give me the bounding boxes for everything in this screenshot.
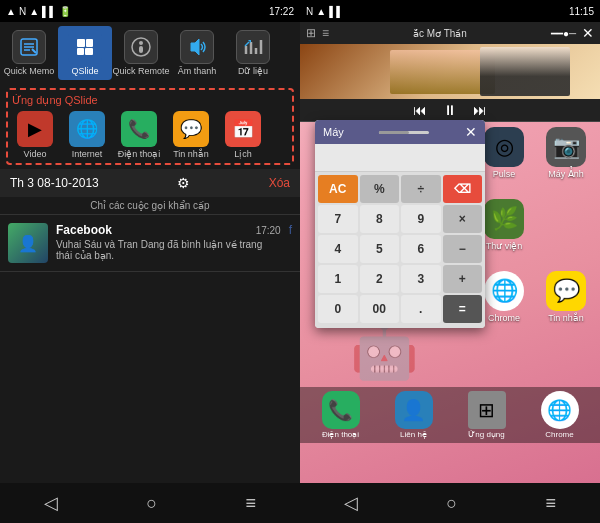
btn-multiply[interactable]: × — [443, 205, 483, 233]
calendar-icon: 📅 — [225, 111, 261, 147]
dock-contacts[interactable]: 👤 Liên hệ — [389, 391, 439, 439]
home-icon-camera[interactable]: 📷 Máy Ảnh — [536, 118, 596, 188]
qslide-video[interactable]: ▶ Video — [12, 111, 58, 159]
svg-rect-7 — [77, 48, 84, 55]
btn-dot[interactable]: . — [401, 295, 441, 323]
home-button-left[interactable]: ○ — [134, 489, 169, 518]
btn-1[interactable]: 1 — [318, 265, 358, 293]
home-icon-sms[interactable]: 💬 Tin nhắn — [536, 262, 596, 332]
quick-remote-btn[interactable]: Quick Remote — [114, 26, 168, 80]
status-icons-left: ▲ N ▲ ▌▌ 🔋 — [6, 6, 71, 17]
video-close-btn[interactable]: ✕ — [582, 25, 594, 41]
menu-button-left[interactable]: ≡ — [233, 489, 268, 518]
dock-phone-label: Điện thoại — [322, 430, 359, 439]
btn-minus[interactable]: − — [443, 235, 483, 263]
btn-0[interactable]: 0 — [318, 295, 358, 323]
next-btn[interactable]: ⏭ — [473, 102, 487, 118]
facebook-icon: f — [289, 223, 292, 263]
signal-icon-right: ▌▌ — [329, 6, 343, 17]
dock-apps[interactable]: ⊞ Ứng dụng — [462, 391, 512, 439]
qslide-label: QSlide — [71, 66, 98, 76]
time-right: 11:15 — [569, 6, 594, 17]
am-thanh-label: Âm thanh — [178, 66, 217, 76]
btn-divide[interactable]: ÷ — [401, 175, 441, 203]
video-label: Video — [24, 149, 47, 159]
btn-6[interactable]: 6 — [401, 235, 441, 263]
dock-contacts-icon: 👤 — [395, 391, 433, 429]
dock-chrome-icon: 🌐 — [541, 391, 579, 429]
btn-00[interactable]: 00 — [360, 295, 400, 323]
internet-label: Internet — [72, 149, 103, 159]
bottom-dock: 📞 Điện thoại 👤 Liên hệ ⊞ Ứng dụng 🌐 Chro… — [300, 387, 600, 443]
home-button-right[interactable]: ○ — [434, 489, 469, 518]
qslide-section: Ứng dụng QSlide ▶ Video 🌐 Internet 📞 Điệ… — [6, 88, 294, 165]
phone-icon: 📞 — [121, 111, 157, 147]
btn-5[interactable]: 5 — [360, 235, 400, 263]
qslide-apps: ▶ Video 🌐 Internet 📞 Điện thoại 💬 Tin nh… — [12, 111, 288, 159]
btn-plus[interactable]: + — [443, 265, 483, 293]
qslide-btn[interactable]: QSlide — [58, 26, 112, 80]
slider-track — [379, 131, 429, 134]
calc-close-btn[interactable]: ✕ — [465, 124, 477, 140]
back-button-right[interactable]: ◁ — [332, 488, 370, 518]
back-button-left[interactable]: ◁ — [32, 488, 70, 518]
pulse-label: Pulse — [493, 169, 516, 179]
btn-ac[interactable]: AC — [318, 175, 358, 203]
sms-icon: 💬 — [173, 111, 209, 147]
prev-btn[interactable]: ⏮ — [413, 102, 427, 118]
home-icon-empty — [536, 190, 596, 260]
volume-control[interactable] — [379, 131, 429, 134]
bottom-nav-right: ◁ ○ ≡ — [300, 483, 600, 523]
qslide-calendar[interactable]: 📅 Lịch — [220, 111, 266, 159]
calc-row-0: AC % ÷ ⌫ — [318, 175, 482, 203]
right-panel: N ▲ ▌▌ 11:15 ✦ ✦ 🤖 ▶ ScreencastDemo 💡 Hu… — [300, 0, 600, 523]
qslide-header: Ứng dụng QSlide — [12, 94, 288, 107]
btn-9[interactable]: 9 — [401, 205, 441, 233]
btn-4[interactable]: 4 — [318, 235, 358, 263]
btn-percent[interactable]: % — [360, 175, 400, 203]
empty-icon — [546, 205, 586, 245]
chrome-label: Chrome — [488, 313, 520, 323]
calc-buttons: AC % ÷ ⌫ 7 8 9 × 4 5 6 − 1 2 3 + — [315, 172, 485, 328]
notif-app-name: Facebook — [56, 223, 112, 237]
qslide-sms[interactable]: 💬 Tin nhắn — [168, 111, 214, 159]
dock-chrome[interactable]: 🌐 Chrome — [535, 391, 585, 439]
btn-equal[interactable]: = — [443, 295, 483, 323]
notification-item[interactable]: 👤 Facebook 17:20 Vuhai Sáu và Tran Dang … — [0, 215, 300, 272]
gear-icon[interactable]: ⚙ — [177, 175, 190, 191]
quick-memo-btn[interactable]: Quick Memo — [2, 26, 56, 80]
volume-slider[interactable]: ━━●─ — [551, 28, 576, 39]
qslide-phone[interactable]: 📞 Điện thoại — [116, 111, 162, 159]
btn-7[interactable]: 7 — [318, 205, 358, 233]
calc-title: Máy — [323, 126, 344, 138]
svg-rect-5 — [77, 39, 85, 47]
gallery-icon: 🌿 — [484, 199, 524, 239]
dock-contacts-label: Liên hệ — [400, 430, 427, 439]
nfc-icon-right: N — [306, 6, 313, 17]
list-icon[interactable]: ≡ — [322, 26, 329, 40]
btn-2[interactable]: 2 — [360, 265, 400, 293]
calc-row-2: 4 5 6 − — [318, 235, 482, 263]
dock-phone-icon: 📞 — [322, 391, 360, 429]
status-bar-right: N ▲ ▌▌ 11:15 — [300, 0, 600, 22]
dock-phone[interactable]: 📞 Điện thoại — [316, 391, 366, 439]
svg-line-4 — [32, 49, 36, 53]
svg-rect-11 — [139, 46, 143, 53]
du-lieu-label: Dữ liệu — [238, 66, 268, 76]
resize-icon[interactable]: ⊞ — [306, 26, 316, 40]
svg-marker-12 — [191, 39, 199, 55]
menu-button-right[interactable]: ≡ — [533, 489, 568, 518]
am-thanh-btn[interactable]: Âm thanh — [170, 26, 224, 80]
notif-header: Facebook 17:20 — [56, 223, 281, 237]
delete-button[interactable]: Xóa — [269, 176, 290, 190]
am-thanh-icon — [180, 30, 214, 64]
qslide-internet[interactable]: 🌐 Internet — [64, 111, 110, 159]
du-lieu-btn[interactable]: Dữ liệu — [226, 26, 280, 80]
btn-3[interactable]: 3 — [401, 265, 441, 293]
btn-8[interactable]: 8 — [360, 205, 400, 233]
calc-window: Máy ✕ AC % ÷ ⌫ 7 8 9 × 4 — [315, 120, 485, 328]
sms-label: Tin nhắn — [173, 149, 209, 159]
status-icons-right: N ▲ ▌▌ — [306, 6, 343, 17]
pause-btn[interactable]: ⏸ — [443, 102, 457, 118]
btn-backspace[interactable]: ⌫ — [443, 175, 483, 203]
